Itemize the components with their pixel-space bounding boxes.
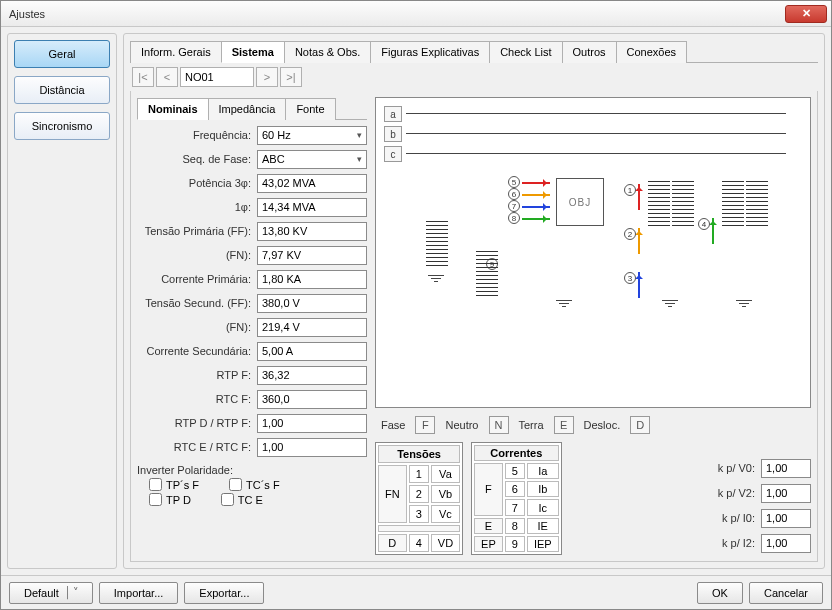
input-tsecff[interactable]: 380,0 V — [257, 294, 367, 313]
form: Frequência:60 Hz Seq. de Fase:ABC Potênc… — [137, 120, 367, 460]
kp-panel: k p/ V0:1,00 k p/ V2:1,00 k p/ I0:1,00 k… — [709, 442, 811, 555]
input-cprim[interactable]: 1,80 KA — [257, 270, 367, 289]
label-cprim: Corrente Primária: — [137, 273, 257, 285]
tab-outros[interactable]: Outros — [562, 41, 617, 63]
btn-neutro[interactable]: N — [489, 416, 509, 434]
sidebar-item-distancia[interactable]: Distância — [14, 76, 110, 104]
tensoes-title: Tensões — [378, 445, 460, 463]
content: Nominais Impedância Fonte Frequência:60 … — [130, 91, 818, 562]
tables-row: Tensões FN1Va 2Vb 3Vc D4VD Correntes F5I… — [375, 442, 811, 555]
tab-inform-gerais[interactable]: Inform. Gerais — [130, 41, 222, 63]
label-frequencia: Frequência: — [137, 129, 257, 141]
invert-title: Inverter Polaridade: — [137, 464, 367, 476]
btn-terra[interactable]: E — [554, 416, 574, 434]
legend-fase: Fase — [381, 419, 405, 431]
input-rtcf[interactable]: 360,0 — [257, 390, 367, 409]
subtab-impedancia[interactable]: Impedância — [208, 98, 287, 120]
btn-fase[interactable]: F — [415, 416, 435, 434]
label-rtpf: RTP F: — [137, 369, 257, 381]
input-tprimff[interactable]: 13,80 KV — [257, 222, 367, 241]
check-tps-f[interactable]: TP´s F — [149, 478, 199, 491]
correntes-table: Correntes F5Ia 6Ib 7Ic E8IE EP9IEP — [471, 442, 562, 555]
input-rtpd[interactable]: 1,00 — [257, 414, 367, 433]
label-pot1: 1φ: — [137, 201, 257, 213]
cancelar-button[interactable]: Cancelar — [749, 582, 823, 604]
input-kp-i2[interactable]: 1,00 — [761, 534, 811, 553]
subtab-fonte[interactable]: Fonte — [285, 98, 335, 120]
node-field[interactable]: NO01 — [180, 67, 254, 87]
label-tsecff: Tensão Secund. (FF): — [137, 297, 257, 309]
label-rtce: RTC E / RTC F: — [137, 441, 257, 453]
phase-b-box: b — [384, 126, 402, 142]
exportar-button[interactable]: Exportar... — [184, 582, 264, 604]
legend-row: Fase F Neutro N Terra E Desloc. D — [375, 414, 811, 436]
titlebar: Ajustes ✕ — [1, 1, 831, 27]
input-rtpf[interactable]: 36,32 — [257, 366, 367, 385]
input-pot3[interactable]: 43,02 MVA — [257, 174, 367, 193]
input-kp-v0[interactable]: 1,00 — [761, 459, 811, 478]
input-seqfase[interactable]: ABC — [257, 150, 367, 169]
tensoes-table: Tensões FN1Va 2Vb 3Vc D4VD — [375, 442, 463, 555]
tab-sistema[interactable]: Sistema — [221, 41, 285, 63]
node-nav: |< < NO01 > >| — [130, 63, 818, 91]
nav-next[interactable]: > — [256, 67, 278, 87]
correntes-title: Correntes — [474, 445, 559, 461]
footer: Default Importar... Exportar... OK Cance… — [1, 575, 831, 609]
btn-desloc[interactable]: D — [630, 416, 650, 434]
nav-prev[interactable]: < — [156, 67, 178, 87]
input-kp-i0[interactable]: 1,00 — [761, 509, 811, 528]
left-column: Nominais Impedância Fonte Frequência:60 … — [137, 97, 367, 555]
input-tprimfn[interactable]: 7,97 KV — [257, 246, 367, 265]
ok-button[interactable]: OK — [697, 582, 743, 604]
sidebar-item-geral[interactable]: Geral — [14, 40, 110, 68]
input-kp-v2[interactable]: 1,00 — [761, 484, 811, 503]
default-button[interactable]: Default — [9, 582, 93, 604]
phase-c-box: c — [384, 146, 402, 162]
tab-conexoes[interactable]: Conexões — [616, 41, 688, 63]
importar-button[interactable]: Importar... — [99, 582, 179, 604]
tab-notas[interactable]: Notas & Obs. — [284, 41, 371, 63]
body: Geral Distância Sincronismo Inform. Gera… — [1, 27, 831, 575]
label-csec: Corrente Secundária: — [137, 345, 257, 357]
legend-terra: Terra — [519, 419, 544, 431]
phase-a-box: a — [384, 106, 402, 122]
nav-first[interactable]: |< — [132, 67, 154, 87]
input-rtce[interactable]: 1,00 — [257, 438, 367, 457]
sidebar-item-sincronismo[interactable]: Sincronismo — [14, 112, 110, 140]
legend-desloc: Desloc. — [584, 419, 621, 431]
check-tp-d[interactable]: TP D — [149, 493, 191, 506]
check-tc-e[interactable]: TC E — [221, 493, 263, 506]
label-tprimfn: (FN): — [137, 249, 257, 261]
window: Ajustes ✕ Geral Distância Sincronismo In… — [0, 0, 832, 610]
label-tsecfn: (FN): — [137, 321, 257, 333]
nav-last[interactable]: >| — [280, 67, 302, 87]
label-seqfase: Seq. de Fase: — [137, 153, 257, 165]
tab-figuras[interactable]: Figuras Explicativas — [370, 41, 490, 63]
check-tcs-f[interactable]: TC´s F — [229, 478, 280, 491]
input-csec[interactable]: 5,00 A — [257, 342, 367, 361]
label-rtpd: RTP D / RTP F: — [137, 417, 257, 429]
schematic-diagram: a b c OBJ 5 — [375, 97, 811, 408]
main-panel: Inform. Gerais Sistema Notas & Obs. Figu… — [123, 33, 825, 569]
subtab-nominais[interactable]: Nominais — [137, 98, 209, 120]
label-pot3: Potência 3φ: — [137, 177, 257, 189]
input-frequencia[interactable]: 60 Hz — [257, 126, 367, 145]
tab-checklist[interactable]: Check List — [489, 41, 562, 63]
label-rtcf: RTC F: — [137, 393, 257, 405]
close-icon: ✕ — [802, 7, 811, 20]
label-tprimff: Tensão Primária (FF): — [137, 225, 257, 237]
sidebar: Geral Distância Sincronismo — [7, 33, 117, 569]
obj-box: OBJ — [556, 178, 604, 226]
legend-neutro: Neutro — [445, 419, 478, 431]
main-tabs: Inform. Gerais Sistema Notas & Obs. Figu… — [130, 40, 818, 63]
input-tsecfn[interactable]: 219,4 V — [257, 318, 367, 337]
right-column: a b c OBJ 5 — [375, 97, 811, 555]
input-pot1[interactable]: 14,34 MVA — [257, 198, 367, 217]
subtabs: Nominais Impedância Fonte — [137, 97, 367, 120]
window-title: Ajustes — [5, 8, 785, 20]
close-button[interactable]: ✕ — [785, 5, 827, 23]
